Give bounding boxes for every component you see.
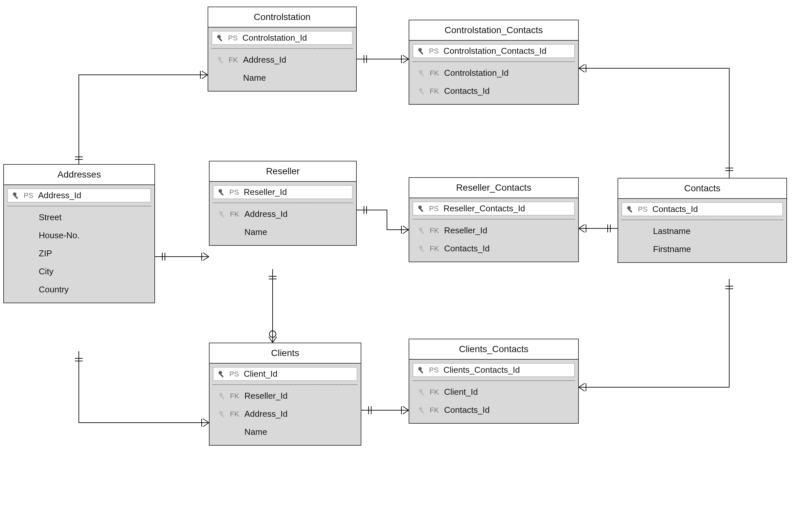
column-row: FKContacts_Id bbox=[413, 240, 575, 258]
key-tag: FK bbox=[230, 392, 244, 400]
column-row: FKClient_Id bbox=[413, 383, 575, 401]
svg-point-11 bbox=[13, 192, 16, 196]
svg-point-23 bbox=[627, 206, 631, 210]
column-name: Contacts_Id bbox=[444, 405, 573, 415]
column-row: PS Controlstation_Id bbox=[211, 31, 353, 45]
column-rows: FKClient_IdFKContacts_Id bbox=[409, 381, 578, 423]
svg-rect-18 bbox=[420, 208, 423, 212]
entity-contacts[interactable]: Contacts PS Contacts_Id LastnameFirstnam… bbox=[618, 178, 787, 263]
column-name: City bbox=[39, 266, 149, 277]
column-name: Reseller_Id bbox=[244, 187, 351, 197]
entity-addresses[interactable]: Addresses PS Address_Id StreetHouse-No.Z… bbox=[3, 164, 155, 303]
entity-clients[interactable]: Clients PS Client_Id FKReseller_IdFKAddr… bbox=[209, 343, 361, 446]
svg-rect-22 bbox=[420, 248, 424, 252]
key-tag: PS bbox=[429, 47, 443, 55]
column-name: Lastname bbox=[653, 226, 781, 236]
entity-controlstation-contacts[interactable]: Controlstation_Contacts PS Controlstatio… bbox=[409, 20, 579, 105]
entity-title: Controlstation_Contacts bbox=[409, 20, 578, 41]
column-row: FKAddress_Id bbox=[213, 405, 357, 423]
entity-title: Clients bbox=[209, 343, 361, 364]
entity-reseller[interactable]: Reseller PS Reseller_Id FKAddress_IdName bbox=[209, 161, 357, 246]
entity-title: Reseller_Contacts bbox=[409, 178, 578, 198]
key-icon bbox=[415, 406, 430, 415]
column-name: Firstname bbox=[653, 244, 781, 254]
column-row: PS Contacts_Id bbox=[621, 202, 783, 216]
column-name: Contacts_Id bbox=[444, 86, 573, 96]
column-row: FKAddress_Id bbox=[211, 51, 353, 69]
key-icon bbox=[213, 34, 228, 42]
key-tag: FK bbox=[430, 406, 444, 415]
key-tag: PS bbox=[429, 366, 443, 374]
key-icon bbox=[415, 245, 430, 253]
svg-rect-16 bbox=[221, 214, 224, 218]
column-name: Address_Id bbox=[244, 409, 355, 419]
svg-rect-26 bbox=[220, 374, 224, 377]
svg-point-13 bbox=[219, 189, 222, 193]
svg-point-25 bbox=[219, 371, 222, 374]
svg-point-1 bbox=[217, 35, 221, 38]
column-name: Reseller_Id bbox=[444, 225, 573, 236]
column-row: Country bbox=[7, 281, 151, 299]
entity-reseller-contacts[interactable]: Reseller_Contacts PS Reseller_Contacts_I… bbox=[409, 177, 579, 262]
column-row: Lastname bbox=[621, 222, 783, 240]
column-row: PS Clients_Contacts_Id bbox=[413, 363, 575, 377]
key-icon bbox=[214, 370, 229, 378]
column-rows: LastnameFirstname bbox=[618, 220, 786, 262]
svg-point-5 bbox=[418, 48, 422, 51]
column-row: PS Client_Id bbox=[213, 367, 357, 381]
entity-title: Controlstation bbox=[208, 7, 356, 28]
svg-point-31 bbox=[418, 367, 422, 371]
svg-point-0 bbox=[269, 331, 276, 337]
column-name: Contacts_Id bbox=[444, 244, 573, 254]
column-row: Name bbox=[213, 223, 353, 241]
column-row: FKAddress_Id bbox=[213, 205, 353, 223]
key-tag: FK bbox=[229, 56, 243, 64]
column-name: ZIP bbox=[39, 248, 149, 259]
svg-point-7 bbox=[419, 70, 422, 74]
svg-point-19 bbox=[419, 227, 422, 231]
column-name: Reseller_Id bbox=[244, 391, 355, 401]
key-tag: FK bbox=[230, 410, 244, 418]
svg-point-17 bbox=[418, 205, 422, 209]
key-icon bbox=[415, 69, 430, 78]
svg-rect-2 bbox=[219, 37, 222, 41]
key-icon bbox=[415, 87, 430, 95]
svg-rect-4 bbox=[219, 59, 223, 64]
column-name: Name bbox=[244, 427, 355, 437]
entity-controlstation[interactable]: Controlstation PS Controlstation_Id FKAd… bbox=[207, 7, 357, 92]
key-tag: PS bbox=[429, 205, 443, 213]
key-tag: PS bbox=[229, 188, 244, 197]
key-icon bbox=[215, 392, 230, 400]
column-name: Country bbox=[39, 285, 149, 295]
key-icon bbox=[414, 205, 429, 213]
entity-title: Clients_Contacts bbox=[409, 339, 578, 360]
column-name: Address_Id bbox=[243, 55, 351, 65]
svg-rect-24 bbox=[628, 209, 632, 213]
column-name: Street bbox=[39, 212, 149, 222]
entity-title: Addresses bbox=[4, 165, 154, 185]
svg-rect-20 bbox=[420, 230, 424, 234]
entity-clients-contacts[interactable]: Clients_Contacts PS Clients_Contacts_Id … bbox=[409, 339, 579, 424]
column-row: ZIP bbox=[7, 245, 151, 262]
column-rows: FKReseller_IdFKContacts_Id bbox=[409, 219, 578, 261]
column-name: Contacts_Id bbox=[652, 204, 782, 214]
key-icon bbox=[215, 410, 230, 418]
column-name: Address_Id bbox=[38, 190, 150, 201]
key-tag: FK bbox=[430, 87, 444, 95]
column-row: FKReseller_Id bbox=[213, 387, 357, 405]
svg-rect-34 bbox=[420, 391, 424, 395]
svg-rect-28 bbox=[221, 395, 224, 399]
column-row: FKContacts_Id bbox=[413, 401, 575, 419]
column-name: Reseller_Contacts_Id bbox=[443, 204, 574, 214]
key-tag: PS bbox=[228, 34, 242, 42]
column-rows: FKAddress_IdName bbox=[209, 203, 356, 245]
svg-point-35 bbox=[419, 407, 422, 411]
column-name: Client_Id bbox=[444, 387, 573, 397]
svg-point-15 bbox=[219, 211, 223, 215]
key-icon bbox=[414, 366, 429, 374]
key-icon bbox=[215, 210, 230, 219]
column-row: Firstname bbox=[621, 240, 783, 258]
svg-rect-6 bbox=[420, 50, 423, 54]
svg-rect-30 bbox=[221, 414, 224, 417]
svg-point-29 bbox=[219, 411, 223, 415]
